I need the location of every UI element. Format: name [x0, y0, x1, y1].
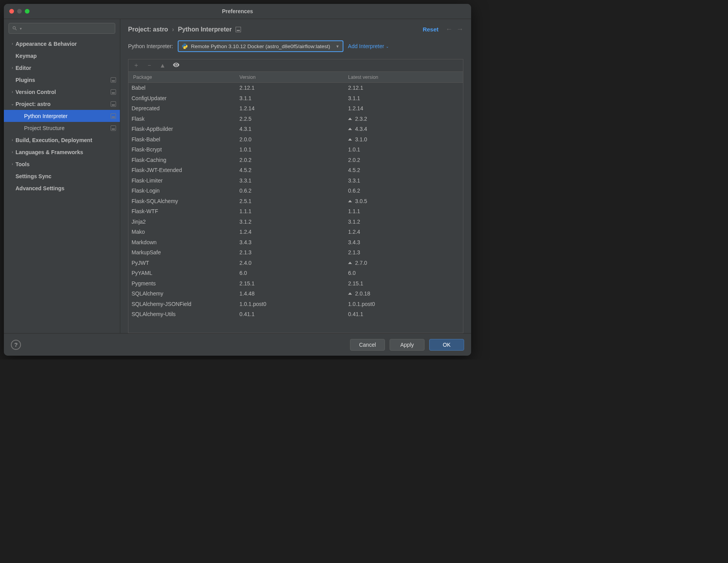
sidebar-item-label: Languages & Frameworks [16, 149, 116, 155]
sidebar-item[interactable]: Plugins [4, 74, 120, 86]
header: Project: astro › Python Interpreter Rese… [120, 19, 471, 37]
cell-version: 2.0.2 [237, 157, 346, 163]
chevron-right-icon: › [9, 162, 16, 166]
cell-version: 3.3.1 [237, 177, 346, 184]
project-scope-icon [111, 77, 116, 83]
table-row[interactable]: Jinja23.1.23.1.2 [128, 217, 463, 227]
cell-latest: 3.4.3 [346, 239, 463, 245]
table-row[interactable]: Flask-AppBuilder4.3.14.3.4 [128, 124, 463, 134]
cell-version: 1.0.1 [237, 146, 346, 153]
forward-icon[interactable]: → [456, 25, 463, 33]
sidebar-item-label: Project Structure [24, 125, 111, 131]
table-row[interactable]: PyJWT2.4.02.7.0 [128, 258, 463, 268]
table-row[interactable]: Flask-Babel2.0.03.1.0 [128, 134, 463, 145]
cell-package: Flask-Login [128, 188, 237, 194]
cell-version: 2.2.5 [237, 116, 346, 122]
packages-table-header: Package Version Latest version [128, 72, 463, 83]
cell-latest: 0.6.2 [346, 188, 463, 194]
ok-button[interactable]: OK [429, 339, 464, 351]
col-header-package[interactable]: Package [128, 72, 237, 82]
table-row[interactable]: Deprecated1.2.141.2.14 [128, 103, 463, 114]
cell-latest: 0.41.1 [346, 311, 463, 317]
sidebar-item[interactable]: ⌄Project: astro [4, 98, 120, 110]
window-title: Preferences [4, 8, 471, 14]
sidebar-item[interactable]: ›Version Control [4, 86, 120, 98]
cell-package: Flask-AppBuilder [128, 126, 237, 132]
show-early-releases-icon[interactable] [173, 61, 180, 70]
cell-latest: 2.0.18 [346, 290, 463, 297]
table-row[interactable]: PyYAML6.06.0 [128, 268, 463, 278]
reset-button[interactable]: Reset [423, 26, 439, 33]
cell-version: 3.4.3 [237, 239, 346, 245]
table-row[interactable]: SQLAlchemy-Utils0.41.10.41.1 [128, 309, 463, 320]
back-icon[interactable]: ← [445, 25, 452, 33]
cell-latest: 3.0.5 [346, 198, 463, 204]
table-row[interactable]: SQLAlchemy1.4.482.0.18 [128, 288, 463, 299]
remove-package-icon[interactable]: － [146, 61, 153, 70]
sidebar-item[interactable]: ›Languages & Frameworks [4, 146, 120, 158]
sidebar-item[interactable]: ›Tools [4, 158, 120, 170]
cell-version: 4.3.1 [237, 126, 346, 132]
cell-package: Flask-Bcrypt [128, 146, 237, 153]
sidebar-item[interactable]: Settings Sync [4, 170, 120, 182]
table-row[interactable]: Pygments2.15.12.15.1 [128, 278, 463, 289]
table-row[interactable]: SQLAlchemy-JSONField1.0.1.post01.0.1.pos… [128, 299, 463, 309]
sidebar-item[interactable]: ›Editor [4, 62, 120, 74]
cell-version: 1.2.4 [237, 229, 346, 235]
table-row[interactable]: Flask-SQLAlchemy2.5.13.0.5 [128, 196, 463, 207]
project-scope-icon [111, 125, 116, 131]
sidebar-item-label: Appearance & Behavior [16, 41, 116, 47]
cell-package: Deprecated [128, 105, 237, 111]
project-scope-icon [111, 89, 116, 95]
table-row[interactable]: Flask-WTF1.1.11.1.1 [128, 206, 463, 217]
search-icon [12, 26, 17, 31]
upgrade-available-icon [348, 128, 352, 130]
cell-version: 1.1.1 [237, 208, 346, 214]
cell-package: Flask-JWT-Extended [128, 167, 237, 173]
col-header-version[interactable]: Version [237, 72, 346, 82]
table-row[interactable]: Flask-Caching2.0.22.0.2 [128, 155, 463, 165]
table-row[interactable]: MarkupSafe2.1.32.1.3 [128, 247, 463, 258]
sidebar-item[interactable]: ›Appearance & Behavior [4, 38, 120, 50]
cell-package: Babel [128, 85, 237, 91]
chevron-right-icon: › [9, 42, 16, 46]
sidebar-item[interactable]: Project Structure [4, 122, 120, 134]
cell-package: SQLAlchemy [128, 290, 237, 297]
table-row[interactable]: Babel2.12.12.12.1 [128, 83, 463, 93]
cell-version: 2.0.0 [237, 136, 346, 142]
restore-icon[interactable] [236, 27, 241, 32]
search-input[interactable]: ▾ [9, 23, 115, 34]
cell-latest: 3.3.1 [346, 177, 463, 184]
sidebar-item[interactable]: Keymap [4, 50, 120, 62]
chevron-down-icon: ▼ [336, 44, 340, 49]
upgrade-package-icon[interactable]: ▲ [159, 62, 166, 69]
table-row[interactable]: Flask-Limiter3.3.13.3.1 [128, 176, 463, 186]
cancel-button[interactable]: Cancel [350, 339, 385, 351]
upgrade-available-icon [348, 200, 352, 202]
table-row[interactable]: Flask2.2.52.3.2 [128, 114, 463, 124]
help-button[interactable]: ? [11, 340, 21, 350]
sidebar-item[interactable]: Python Interpreter [4, 110, 120, 122]
col-header-latest[interactable]: Latest version [346, 72, 463, 82]
sidebar-item[interactable]: ›Build, Execution, Deployment [4, 134, 120, 146]
add-interpreter-button[interactable]: Add Interpreter ⌄ [348, 43, 389, 49]
cell-latest: 1.0.1 [346, 146, 463, 153]
table-row[interactable]: Flask-Bcrypt1.0.11.0.1 [128, 144, 463, 155]
table-row[interactable]: Mako1.2.41.2.4 [128, 227, 463, 237]
table-row[interactable]: Markdown3.4.33.4.3 [128, 237, 463, 248]
breadcrumb-root[interactable]: Project: astro [128, 26, 168, 33]
upgrade-available-icon [348, 138, 352, 141]
cell-version: 6.0 [237, 270, 346, 276]
cell-latest: 3.1.0 [346, 136, 463, 142]
apply-button[interactable]: Apply [390, 339, 425, 351]
chevron-right-icon: › [9, 138, 16, 142]
add-package-icon[interactable]: ＋ [133, 61, 139, 70]
interpreter-select[interactable]: Remote Python 3.10.12 Docker (astro_d8e0… [178, 40, 343, 52]
cell-version: 2.4.0 [237, 260, 346, 266]
table-row[interactable]: ConfigUpdater3.1.13.1.1 [128, 93, 463, 104]
packages-table-body: Babel2.12.12.12.1ConfigUpdater3.1.13.1.1… [128, 83, 463, 333]
table-row[interactable]: Flask-JWT-Extended4.5.24.5.2 [128, 165, 463, 176]
sidebar-item[interactable]: Advanced Settings [4, 182, 120, 194]
table-row[interactable]: Flask-Login0.6.20.6.2 [128, 186, 463, 196]
chevron-right-icon: › [9, 150, 16, 154]
